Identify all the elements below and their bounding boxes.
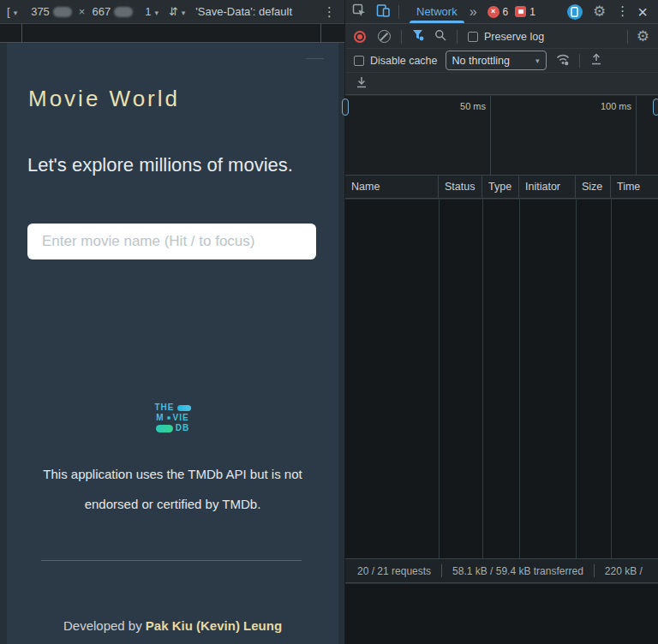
requests-table-header: Name Status Type Initiator Size Time xyxy=(345,176,658,199)
emulated-page: Movie World Let's explore millions of mo… xyxy=(0,43,344,644)
footer-divider xyxy=(41,560,302,561)
timeline-left-handle[interactable] xyxy=(342,98,349,116)
column-header-status[interactable]: Status xyxy=(439,176,482,198)
strip-line-right xyxy=(320,24,321,42)
column-separator xyxy=(482,200,483,558)
network-summary-bar: 20 / 21 requests 58.1 kB / 59.4 kB trans… xyxy=(345,558,658,583)
preserve-log-label: Preserve log xyxy=(484,31,544,43)
dimensions-icon: [ xyxy=(7,5,10,18)
credit-line: Developed by Pak Kiu (Kevin) Leung xyxy=(7,618,338,633)
viewport-width-input[interactable]: 375 xyxy=(31,5,50,18)
dimensions-dropdown[interactable]: [▾ xyxy=(7,5,17,18)
zoom-value: 1 xyxy=(145,5,151,18)
transferred-size: 58.1 kB / 59.4 kB transferred xyxy=(452,565,583,577)
divider xyxy=(401,30,402,44)
timeline-tick-100ms: 100 ms xyxy=(345,101,631,111)
decorative-line xyxy=(306,58,324,59)
movie-world-app: Movie World Let's explore millions of mo… xyxy=(7,43,338,644)
chevron-down-icon: ▾ xyxy=(182,9,186,17)
import-har-icon[interactable] xyxy=(590,53,602,68)
console-errors-icon[interactable]: × xyxy=(488,6,499,18)
disable-cache-label: Disable cache xyxy=(370,55,438,67)
page-title: Movie World xyxy=(28,86,180,112)
requests-count: 20 / 21 requests xyxy=(357,565,431,577)
devtools-menu-icon[interactable]: ⋮ xyxy=(616,5,629,18)
extension-icon[interactable] xyxy=(567,4,583,20)
clear-network-log-icon[interactable] xyxy=(378,30,391,43)
column-header-initiator[interactable]: Initiator xyxy=(519,176,576,198)
divider xyxy=(627,30,628,44)
network-toolbar-row2: Disable cache No throttling ▾ xyxy=(345,49,658,73)
tmdb-logo-db: DB xyxy=(176,424,189,432)
network-toolbar: Preserve log ⚙ xyxy=(345,25,658,49)
divider xyxy=(579,54,580,68)
blurred-region xyxy=(53,7,72,17)
device-toolbar: [▾ 375 × 667 1▾ ⇵▾ 'Save-Data': default … xyxy=(0,0,344,24)
developer-link[interactable]: Pak Kiu (Kevin) Leung xyxy=(146,618,282,633)
viewport-height-input[interactable]: 667 xyxy=(92,5,111,18)
divider xyxy=(398,5,399,19)
tab-network-label: Network xyxy=(416,5,458,18)
disclaimer-line-1: This application uses the TMDb API but i… xyxy=(7,467,338,481)
timeline-gridline xyxy=(490,96,491,175)
network-conditions-icon[interactable] xyxy=(555,53,571,69)
disable-cache-checkbox[interactable] xyxy=(354,56,364,66)
issue-count: 1 xyxy=(529,6,535,18)
devtools-panel: Network » × 6 1 ⚙ ⋮ × xyxy=(344,0,658,644)
divider xyxy=(594,564,595,577)
chevron-down-icon: ▾ xyxy=(14,9,18,17)
tmdb-logo-m: M xyxy=(156,414,164,422)
settings-gear-icon[interactable]: ⚙ xyxy=(593,4,606,19)
requests-table-body[interactable] xyxy=(345,200,658,558)
throttling-value: No throttling xyxy=(452,55,510,67)
column-separator xyxy=(519,200,520,558)
filter-icon[interactable] xyxy=(412,29,424,44)
resources-size: 220 kB / xyxy=(605,565,643,577)
tab-network[interactable]: Network xyxy=(406,0,468,23)
column-separator xyxy=(611,200,612,558)
column-header-type[interactable]: Type xyxy=(482,176,519,198)
devtools-bottom-area xyxy=(345,584,658,644)
zoom-dropdown[interactable]: 1▾ xyxy=(145,5,159,18)
more-options-icon[interactable]: ⋮ xyxy=(323,4,336,20)
chevron-down-icon: ▾ xyxy=(525,57,540,65)
column-separator xyxy=(439,200,440,558)
save-data-indicator[interactable]: 'Save-Data': default xyxy=(195,5,292,18)
device-toolbar-toggle-icon[interactable] xyxy=(376,3,390,20)
tmdb-ring-icon xyxy=(167,416,170,420)
record-network-log-icon[interactable] xyxy=(354,31,366,43)
credit-prefix: Developed by xyxy=(63,618,146,633)
column-separator xyxy=(576,200,577,558)
strip-line-left xyxy=(21,24,22,42)
network-settings-gear-icon[interactable]: ⚙ xyxy=(637,29,649,44)
dimensions-separator: × xyxy=(79,5,86,18)
tmdb-pill-icon xyxy=(156,425,173,432)
issues-icon[interactable] xyxy=(515,6,526,17)
left-pane: [▾ 375 × 667 1▾ ⇵▾ 'Save-Data': default … xyxy=(0,0,344,644)
chevron-down-icon: ▾ xyxy=(154,9,159,17)
inspect-element-icon[interactable] xyxy=(352,3,366,20)
timeline-gridline xyxy=(636,96,637,175)
close-icon[interactable]: × xyxy=(637,3,648,21)
more-tabs-icon[interactable]: » xyxy=(470,4,477,20)
search-input[interactable] xyxy=(27,224,316,259)
disclaimer-line-2: endorsed or certified by TMDb. xyxy=(7,497,338,511)
page-subtitle: Let's explore millions of movies. xyxy=(27,154,293,176)
export-har-icon[interactable] xyxy=(356,76,368,91)
rotate-icon: ⇵ xyxy=(169,5,178,18)
column-header-size[interactable]: Size xyxy=(576,176,611,198)
column-header-name[interactable]: Name xyxy=(345,176,439,198)
network-overview-timeline[interactable]: 50 ms 100 ms xyxy=(345,96,658,176)
column-header-time[interactable]: Time xyxy=(611,176,658,198)
active-tab-underline xyxy=(410,21,464,23)
search-icon[interactable] xyxy=(434,29,446,44)
timeline-right-handle[interactable] xyxy=(653,98,658,116)
throttling-select[interactable]: No throttling ▾ xyxy=(446,51,547,70)
preserve-log-checkbox[interactable] xyxy=(468,32,478,42)
throttling-dropdown[interactable]: ⇵▾ xyxy=(169,5,185,18)
network-toolbar-row3 xyxy=(345,73,658,95)
tmdb-logo-the: THE xyxy=(155,403,175,412)
viewport-top-strip xyxy=(0,24,344,43)
tmdb-logo: THE M VIE DB xyxy=(155,403,191,432)
error-count: 6 xyxy=(503,6,509,18)
